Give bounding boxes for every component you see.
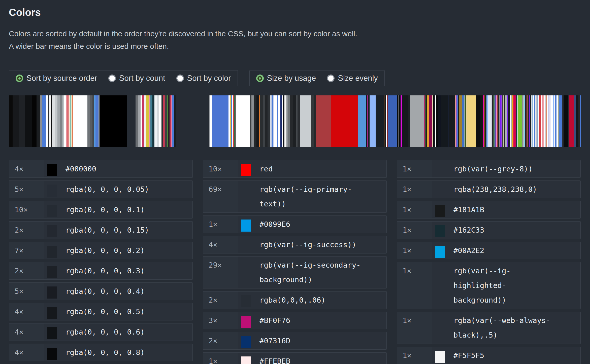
colors-panel: Colors Colors are sorted by default in t… bbox=[0, 6, 590, 364]
color-value-cell: rgba(var(--web-always-black),.5) bbox=[432, 312, 580, 344]
strip-segment bbox=[46, 95, 48, 147]
strip-segment bbox=[274, 95, 277, 147]
color-swatch bbox=[47, 348, 57, 360]
color-value: rgba(0, 0, 0, 0.15) bbox=[65, 223, 149, 237]
radio-option-label: Size evenly bbox=[338, 74, 378, 83]
radio-option-sort-by-color[interactable]: Sort by color bbox=[176, 74, 231, 83]
color-value: rgb(var(--ig-success)) bbox=[259, 237, 356, 252]
strip-segment bbox=[278, 95, 280, 147]
color-list-column-2: 10×red69×rgb(var(--ig-primary-text))1×#0… bbox=[203, 160, 387, 364]
color-value: rgba(0, 0, 0, 0.5) bbox=[65, 304, 145, 319]
color-value: #FFEBEB bbox=[259, 354, 290, 364]
radio-option-sort-by-count[interactable]: Sort by count bbox=[108, 74, 165, 83]
color-value-cell: #0099E6 bbox=[238, 216, 386, 233]
color-swatch bbox=[241, 295, 251, 307]
color-row: 5×rgba(0, 0, 0, 0.4) bbox=[9, 282, 193, 300]
color-row: 1×#162C33 bbox=[397, 221, 581, 239]
radio-unselected-icon[interactable] bbox=[327, 75, 335, 82]
strip-segment bbox=[397, 95, 399, 147]
strip-segment bbox=[51, 95, 52, 147]
controls-bar: Sort by source orderSort by countSort by… bbox=[9, 70, 581, 86]
color-swatch bbox=[435, 225, 445, 237]
radio-option-size-evenly[interactable]: Size evenly bbox=[327, 74, 378, 83]
size-radio-group: Size by usageSize evenly bbox=[249, 70, 385, 86]
strip-segment bbox=[288, 95, 290, 147]
strip-segment bbox=[286, 95, 288, 147]
radio-selected-icon[interactable] bbox=[256, 75, 264, 82]
color-row: 5×rgba(0, 0, 0, 0.05) bbox=[9, 180, 193, 198]
strip-segment bbox=[480, 95, 483, 147]
color-swatch bbox=[241, 316, 251, 328]
description-line-2: A wider bar means the color is used more… bbox=[9, 40, 581, 53]
color-row: 1×rgba(238,238,238,0) bbox=[397, 180, 581, 198]
radio-selected-icon[interactable] bbox=[16, 75, 23, 82]
strip-segment bbox=[576, 95, 578, 147]
strip-segment bbox=[52, 95, 55, 147]
strip-segment bbox=[402, 95, 408, 147]
strip-segment bbox=[384, 95, 386, 147]
strip-segment bbox=[90, 95, 92, 147]
usage-count: 5× bbox=[9, 283, 44, 300]
usage-count: 1× bbox=[397, 181, 432, 198]
usage-count: 4× bbox=[9, 303, 44, 320]
color-value: rgba(0, 0, 0, 0.3) bbox=[65, 264, 145, 278]
radio-inner-dot bbox=[177, 76, 183, 81]
color-swatch bbox=[47, 266, 57, 278]
strip-segment bbox=[62, 95, 64, 147]
usage-count: 29× bbox=[203, 257, 238, 288]
page-title: Colors bbox=[9, 6, 581, 18]
strip-segment bbox=[314, 95, 316, 147]
strip-segment bbox=[19, 95, 25, 147]
radio-inner-dot bbox=[257, 76, 262, 81]
color-value-cell: rgba(0, 0, 0, 0.6) bbox=[44, 323, 192, 341]
color-value-cell: #BF0F76 bbox=[238, 312, 386, 329]
strip-segment bbox=[149, 95, 151, 147]
usage-count: 69× bbox=[203, 181, 238, 212]
strip-segment bbox=[408, 95, 410, 147]
color-row: 1×#181A1B bbox=[397, 201, 581, 219]
color-value-cell: rgb(var(--ig-primary-text)) bbox=[238, 181, 386, 212]
radio-option-sort-by-source-order[interactable]: Sort by source order bbox=[16, 74, 97, 83]
strip-segment bbox=[518, 95, 522, 147]
strip-segment bbox=[212, 95, 228, 147]
strip-segment bbox=[427, 95, 429, 147]
usage-count: 10× bbox=[203, 160, 238, 177]
color-value: rgb(var(--grey-8)) bbox=[453, 162, 533, 176]
strip-segment bbox=[142, 95, 144, 147]
strip-segment bbox=[13, 95, 19, 147]
strip-segment bbox=[57, 95, 60, 147]
strip-segment bbox=[436, 95, 438, 147]
strip-gap bbox=[127, 95, 136, 147]
color-value-cell: rgba(0, 0, 0, 0.2) bbox=[44, 242, 192, 259]
radio-option-size-by-usage[interactable]: Size by usage bbox=[256, 74, 316, 83]
strip-segment bbox=[448, 95, 455, 147]
color-value-cell: #00A2E2 bbox=[432, 242, 580, 259]
strip-segment bbox=[564, 95, 568, 147]
strip-segment bbox=[467, 95, 476, 147]
color-swatch bbox=[435, 266, 445, 278]
radio-unselected-icon[interactable] bbox=[176, 75, 184, 82]
strip-segment bbox=[152, 95, 154, 147]
description-line-1: Colors are sorted by default in the orde… bbox=[9, 27, 581, 40]
color-value: rgba(var(--web-always-black),.5) bbox=[453, 313, 556, 342]
sort-radio-group: Sort by source orderSort by countSort by… bbox=[9, 70, 238, 86]
strip-segment bbox=[388, 95, 397, 147]
radio-unselected-icon[interactable] bbox=[108, 75, 116, 82]
strip-segment bbox=[549, 95, 551, 147]
color-value: rgba(0, 0, 0, 0.1) bbox=[65, 202, 145, 217]
color-row: 3×#BF0F76 bbox=[203, 312, 387, 329]
usage-count: 1× bbox=[397, 242, 432, 259]
strip-segment bbox=[32, 95, 37, 147]
strip-segment bbox=[284, 95, 287, 147]
color-swatch bbox=[435, 185, 445, 197]
color-swatch bbox=[435, 164, 445, 176]
color-row: 29×rgb(var(--ig-secondary-background)) bbox=[203, 256, 387, 288]
strip-segment bbox=[370, 95, 376, 147]
strip-segment bbox=[376, 95, 384, 147]
usage-count: 1× bbox=[203, 353, 238, 364]
usage-count: 1× bbox=[397, 222, 432, 239]
strip-segment bbox=[236, 95, 250, 147]
strip-segment bbox=[401, 95, 402, 147]
color-value-cell: rgba(0, 0, 0, 0.8) bbox=[44, 344, 192, 361]
color-value: #0099E6 bbox=[259, 217, 290, 232]
